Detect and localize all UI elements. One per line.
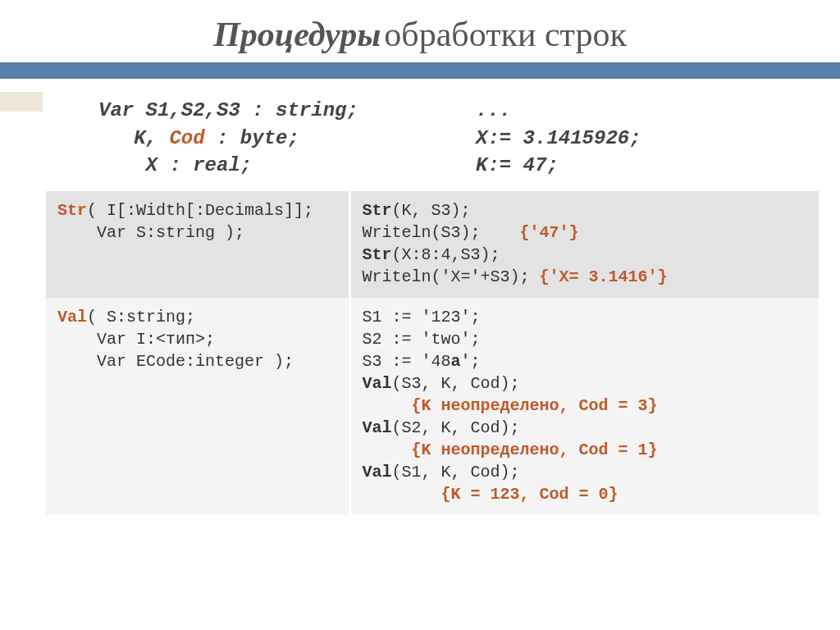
val-example-cell: S1 := '123'; S2 := 'two'; S3 := '48a'; V… [349, 298, 819, 515]
slide-container: Процедуры обработки строк Var S1,S2,S3 :… [0, 0, 840, 630]
title-rest: обработки строк [384, 16, 626, 53]
title-divider [0, 62, 840, 79]
procedures-table: Str( I[:Width[:Decimals]]; Var S:string … [46, 191, 819, 515]
slide-title-row: Процедуры обработки строк [0, 0, 840, 62]
var-declarations: Var S1,S2,S3 : string; K, Cod : byte; X … [98, 97, 443, 180]
table-row: Val( S:string; Var I:<тип>; Var ECode:in… [46, 298, 819, 515]
str-signature-cell: Str( I[:Width[:Decimals]]; Var S:string … [46, 191, 349, 298]
title-emphasis: Процедуры [213, 16, 381, 53]
assignments: ... X:= 3.1415926; K:= 47; [476, 97, 807, 180]
val-signature-cell: Val( S:string; Var I:<тип>; Var ECode:in… [46, 298, 349, 515]
side-tab [0, 92, 43, 112]
declarations-block: Var S1,S2,S3 : string; K, Cod : byte; X … [0, 79, 840, 191]
str-example-cell: Str(K, S3); Writeln(S3); {'47'} Str(X:8:… [349, 191, 819, 298]
table-row: Str( I[:Width[:Decimals]]; Var S:string … [46, 191, 819, 298]
